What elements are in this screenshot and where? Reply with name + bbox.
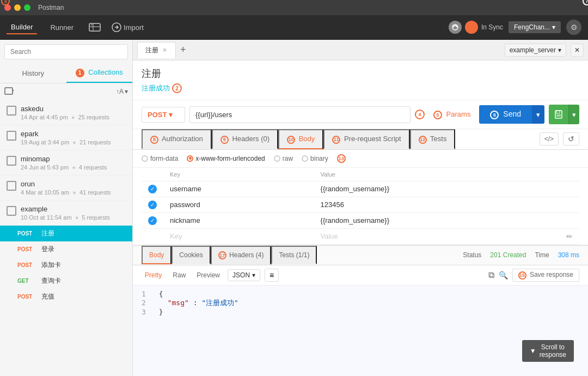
req-tab-tests[interactable]: 12 Tests — [410, 129, 456, 149]
request-subtitle[interactable]: 注册成功 2 — [142, 83, 579, 93]
req-name: 注册 — [41, 229, 54, 238]
table-row: ✓ nickname {{random_username}} — [142, 213, 579, 228]
collection-icon — [7, 131, 16, 141]
resp-line-1: 1 { — [142, 290, 579, 298]
req-tab-prerequest[interactable]: 11 Pre-request Script — [323, 129, 409, 149]
search-input[interactable] — [4, 44, 128, 59]
method-badge: GET — [17, 278, 37, 284]
save-btn[interactable]: 7 — [549, 105, 568, 124]
scroll-to-response-btn[interactable]: ▼ Scroll to response — [522, 340, 574, 362]
refresh-btn[interactable]: ↺ — [563, 132, 579, 145]
row-key-placeholder[interactable]: Key — [163, 228, 280, 244]
row-key[interactable]: nickname — [163, 213, 280, 228]
radio-urlencoded[interactable]: x-www-form-urlencoded — [187, 155, 265, 162]
send-dropdown-btn[interactable]: ▾ — [532, 105, 544, 124]
resp-tab-cookies[interactable]: Cookies — [171, 246, 210, 264]
row-value-placeholder[interactable]: Value — [314, 228, 528, 244]
scroll-label: Scroll to response — [540, 343, 566, 359]
main-tab-zhuce[interactable]: 注册 × — [137, 42, 176, 58]
params-btn[interactable]: 5 Params — [429, 110, 475, 119]
request-denglu[interactable]: POST 登录 — [0, 241, 132, 257]
tab-history[interactable]: History — [0, 64, 66, 83]
req-tab-right: </> ↺ — [540, 132, 579, 145]
sync-orange-icon — [465, 21, 478, 34]
collection-info: askedu 14 Apr at 4:45 pm ● 25 requests — [21, 105, 126, 120]
resp-format-select[interactable]: JSON ▾ — [228, 269, 260, 281]
copy-btn[interactable]: ⧉ — [488, 270, 494, 280]
radio-raw[interactable]: raw — [274, 155, 293, 162]
request-title: 注册 — [142, 67, 579, 80]
collection-meta: 19 Aug at 3:44 pm ● 21 requests — [21, 139, 126, 145]
save-dropdown-btn[interactable]: ▾ — [568, 105, 579, 124]
maximize-btn[interactable] — [24, 4, 30, 11]
code-btn[interactable]: </> — [540, 132, 559, 145]
edit-btn[interactable]: ✏ — [566, 232, 573, 241]
collection-orun[interactable]: orun 4 Mar at 10:05 am ● 41 requests — [0, 175, 132, 201]
request-zhuce[interactable]: POST 注册 — [0, 226, 132, 241]
collection-meta: 14 Apr at 4:45 pm ● 25 requests — [21, 114, 126, 120]
table-row: ✓ password 123456 — [142, 197, 579, 213]
row-value[interactable]: 123456 — [314, 197, 528, 213]
env-dropdown-icon: ▾ — [558, 46, 561, 54]
sidebar-toolbar: ↑A ▾ — [0, 83, 132, 100]
sidebar: History 1 Collections ↑A ▾ — [0, 40, 133, 376]
import-label: Import — [124, 23, 144, 32]
tab-close-icon[interactable]: × — [162, 46, 168, 54]
resp-view-pretty[interactable]: Pretty — [142, 270, 165, 280]
row-value[interactable]: {{random_username}} — [314, 181, 528, 197]
row-value[interactable]: {{random_username}} — [314, 213, 528, 228]
req-tab-body[interactable]: 10 Body — [278, 129, 323, 149]
user-menu-btn[interactable]: FengChan... ▾ — [509, 21, 561, 33]
collection-name: example — [21, 205, 126, 213]
request-tianjiaka[interactable]: POST 添加卡 — [0, 257, 132, 273]
save-response-btn[interactable]: 15 Save response — [512, 269, 579, 282]
radio-binary[interactable]: binary — [302, 155, 328, 162]
send-btn[interactable]: 6 Send — [479, 105, 532, 124]
new-collection-icon[interactable] — [4, 87, 14, 97]
search-resp-btn[interactable]: 🔍 — [499, 271, 508, 280]
svg-rect-6 — [5, 88, 13, 94]
resp-wrap-btn[interactable]: ≡ — [265, 269, 279, 282]
svg-text:+: + — [90, 22, 93, 27]
row-edit[interactable]: ✏ — [528, 228, 579, 244]
settings-btn[interactable]: ⚙ — [566, 20, 581, 35]
nav-runner[interactable]: Runner — [46, 21, 78, 34]
method-badge: POST — [17, 231, 37, 236]
collection-example[interactable]: example 10 Oct at 11:54 am ● 5 requests — [0, 201, 132, 226]
tests-badge: 12 — [419, 136, 427, 144]
resp-view-preview[interactable]: Preview — [193, 270, 223, 280]
request-chongzhi[interactable]: POST 充值 — [0, 289, 132, 305]
resp-tab-headers[interactable]: 17 Headers (4) — [211, 246, 272, 265]
collection-icon — [7, 206, 16, 216]
row-key[interactable]: username — [163, 181, 280, 197]
params-badge: 5 — [433, 111, 442, 119]
url-input[interactable] — [189, 106, 411, 123]
resp-tab-tests[interactable]: Tests (1/1) — [271, 246, 317, 264]
tab-add-btn[interactable]: + — [177, 44, 189, 56]
method-select[interactable]: POST ▾ 3 — [142, 107, 185, 123]
nav-builder[interactable]: Builder — [7, 21, 37, 34]
resp-tab-body[interactable]: Body — [142, 246, 171, 264]
req-tab-headers[interactable]: 9 Headers (0) — [212, 129, 278, 149]
import-btn[interactable]: Import — [112, 22, 144, 32]
collection-minomap[interactable]: minomap 24 Jun at 5:43 pm ● 4 requests — [0, 150, 132, 175]
sync-label: In Sync — [481, 23, 503, 31]
row-key[interactable]: password — [163, 197, 280, 213]
collection-epark[interactable]: epark 19 Aug at 3:44 pm ● 21 requests — [0, 125, 132, 150]
request-chaxunka[interactable]: GET 查询卡 — [0, 273, 132, 289]
th-check — [142, 168, 163, 181]
sync-icon — [449, 21, 462, 34]
env-x-btn[interactable]: ✕ — [571, 44, 584, 57]
resp-view-raw[interactable]: Raw — [169, 270, 189, 280]
collection-askedu[interactable]: askedu 14 Apr at 4:45 pm ● 25 requests — [0, 100, 132, 125]
collections-tab-label: Collections — [88, 68, 123, 76]
minimize-btn[interactable] — [14, 4, 21, 11]
req-tab-auth[interactable]: 8 Authorization — [142, 129, 212, 149]
radio-form-data[interactable]: form-data — [142, 155, 178, 162]
sort-btn[interactable]: ↑A ▾ — [116, 88, 128, 95]
collection-name: minomap — [21, 155, 126, 163]
new-tab-icon[interactable]: + — [87, 20, 103, 35]
env-selector[interactable]: example_server ▾ — [505, 44, 566, 57]
tab-collections[interactable]: 1 Collections — [66, 64, 133, 83]
collection-meta: 10 Oct at 11:54 am ● 5 requests — [21, 214, 126, 221]
